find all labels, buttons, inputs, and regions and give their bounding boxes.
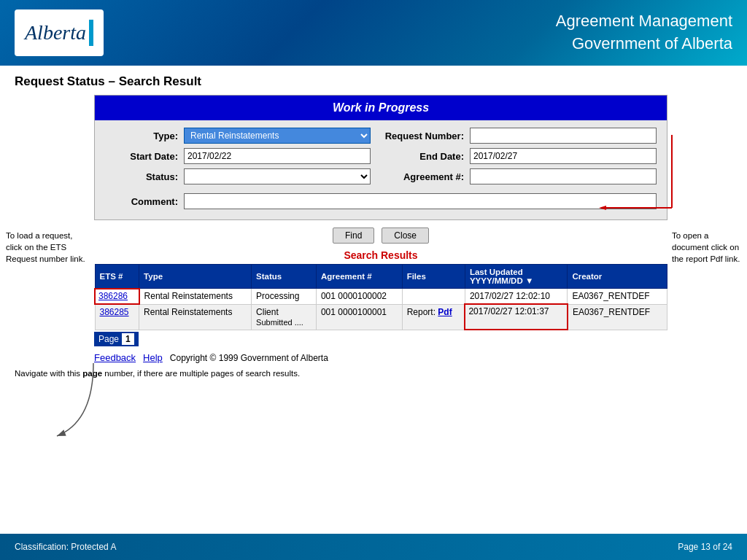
feedback-link[interactable]: Feedback: [94, 352, 136, 363]
table-row: 386286 Rental Reinstatements Processing …: [95, 289, 667, 305]
status-cell-2: ClientSubmitted ....: [252, 304, 317, 330]
footer-copyright: Copyright © 1999 Government of Alberta: [170, 353, 328, 363]
col-last-updated: Last UpdatedYYYY/MM/DD ▼: [465, 265, 568, 289]
button-row: Find Close: [94, 228, 667, 244]
page-title: Request Status – Search Result: [0, 66, 747, 95]
bottom-bar: Classification: Protected A Page 13 of 2…: [0, 534, 747, 560]
col-status: Status: [252, 265, 317, 289]
type-cell-2: Rental Reinstatements: [139, 304, 252, 330]
search-results-title: Search Results: [94, 249, 667, 261]
header-title-line1: Agreement Management: [556, 10, 732, 33]
ets-cell-1: 386286: [95, 289, 139, 305]
header-title-line2: Government of Alberta: [556, 33, 732, 55]
end-date-label: End Date:: [376, 151, 464, 162]
help-link[interactable]: Help: [143, 352, 163, 363]
status-select[interactable]: [184, 168, 371, 184]
ets-link-1[interactable]: 386286: [98, 291, 128, 301]
status-label: Status:: [105, 171, 178, 182]
right-annotation-text: To open a document click on the report P…: [672, 231, 740, 263]
comment-row: Comment:: [105, 193, 657, 209]
bottom-annotation: Navigate with this page number, if there…: [0, 363, 747, 379]
files-cell-2: Report: Pdf: [402, 304, 465, 330]
classification-label: Classification: Protected A: [15, 542, 116, 552]
updated-cell-2: 2017/02/27 12:01:37: [465, 304, 568, 330]
right-annotation: To open a document click on the report P…: [672, 95, 741, 363]
creator-cell-2: EA0367_RENTDEF: [568, 304, 667, 330]
page-number[interactable]: 1: [122, 333, 134, 345]
wip-container: Work in Progress Type: Rental Reinstatem…: [94, 95, 667, 220]
col-files: Files: [402, 265, 465, 289]
pdf-link[interactable]: Pdf: [438, 307, 452, 317]
col-type: Type: [139, 265, 252, 289]
col-creator: Creator: [568, 265, 667, 289]
page-info-label: Page 13 of 24: [678, 542, 732, 552]
creator-cell-1: EA0367_RENTDEF: [568, 289, 667, 305]
wip-body: Type: Rental Reinstatements Request Numb…: [95, 120, 667, 219]
request-number-label: Request Number:: [376, 131, 464, 141]
start-date-input[interactable]: [184, 148, 371, 164]
pagination-row: Page 1: [94, 332, 667, 346]
logo-text: Alberta: [25, 21, 86, 44]
wip-header: Work in Progress: [95, 96, 667, 120]
end-date-input[interactable]: [470, 148, 657, 164]
start-date-label: Start Date:: [105, 151, 178, 162]
ets-cell-2: 386285: [95, 304, 139, 330]
comment-label: Comment:: [105, 196, 178, 207]
close-button[interactable]: Close: [382, 228, 429, 244]
type-select[interactable]: Rental Reinstatements: [184, 128, 371, 144]
type-label: Type:: [105, 131, 178, 141]
request-number-input[interactable]: [470, 128, 657, 144]
header: Alberta Agreement Management Government …: [0, 0, 747, 66]
col-agreement: Agreement #: [316, 265, 402, 289]
type-cell-1: Rental Reinstatements: [139, 289, 252, 305]
search-form: Type: Rental Reinstatements Request Numb…: [105, 128, 657, 184]
report-label: Report:: [407, 307, 438, 317]
results-table: ETS # Type Status Agreement # Files Last…: [94, 264, 667, 330]
header-title: Agreement Management Government of Alber…: [556, 10, 732, 55]
logo: Alberta: [15, 9, 104, 56]
left-arrow-icon: [42, 363, 101, 451]
agreement-cell-1: 001 0000100002: [316, 289, 402, 305]
logo-bar: [89, 20, 93, 46]
status-cell-1: Processing: [252, 289, 317, 305]
left-annotation-text: To load a request, click on the ETS Requ…: [6, 231, 85, 263]
agreement-cell-2: 001 0000100001: [316, 304, 402, 330]
agreement-label: Agreement #:: [376, 171, 464, 182]
agreement-input[interactable]: [470, 168, 657, 184]
ets-link-2[interactable]: 386285: [100, 307, 129, 317]
left-annotation: To load a request, click on the ETS Requ…: [6, 95, 90, 363]
files-cell-1: [402, 289, 465, 305]
center-content: Work in Progress Type: Rental Reinstatem…: [90, 95, 672, 363]
updated-cell-1: 2017/02/27 12:02:10: [465, 289, 568, 305]
table-row: 386285 Rental Reinstatements ClientSubmi…: [95, 304, 667, 330]
pagination: Page 1: [94, 332, 139, 346]
footer-links: Feedback Help Copyright © 1999 Governmen…: [94, 352, 667, 363]
find-button[interactable]: Find: [333, 228, 374, 244]
page-label: Page: [98, 334, 119, 344]
col-ets: ETS #: [95, 265, 139, 289]
comment-input[interactable]: [184, 193, 657, 209]
right-arrow-icon: [665, 135, 686, 222]
